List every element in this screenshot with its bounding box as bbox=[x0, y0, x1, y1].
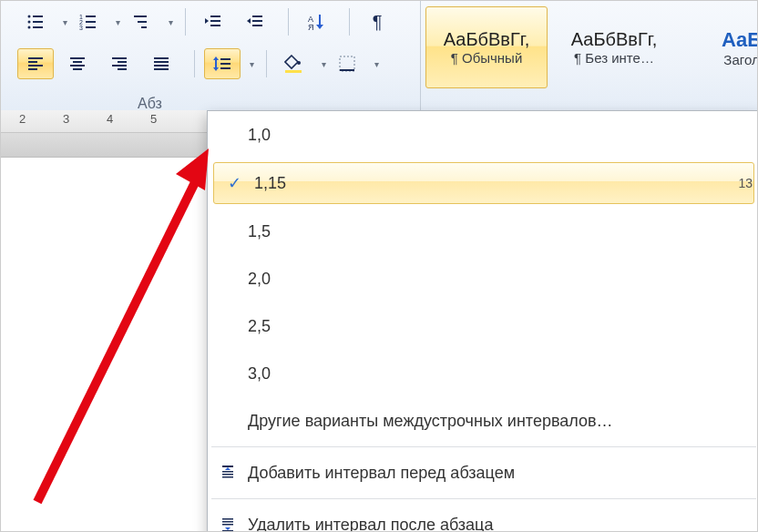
check-icon: ✓ bbox=[214, 173, 254, 193]
svg-marker-43 bbox=[213, 56, 219, 60]
dropdown-icon[interactable]: ▾ bbox=[112, 7, 123, 36]
sort-button[interactable]: АЯ bbox=[298, 6, 334, 37]
menu-label: 3,0 bbox=[248, 364, 758, 384]
svg-rect-60 bbox=[222, 524, 233, 526]
svg-rect-38 bbox=[118, 68, 127, 70]
style-name: ¶ Обычный bbox=[451, 50, 523, 66]
separator bbox=[288, 8, 289, 36]
menu-label: 1,15 bbox=[254, 174, 753, 193]
svg-rect-11 bbox=[86, 26, 96, 28]
ruler-number-right: 13 bbox=[738, 176, 753, 190]
menu-item[interactable]: 2,0 bbox=[208, 255, 758, 302]
separator bbox=[349, 8, 350, 36]
align-left-button[interactable] bbox=[17, 48, 54, 79]
svg-rect-56 bbox=[222, 476, 233, 478]
svg-rect-46 bbox=[220, 58, 230, 60]
annotation-arrow bbox=[19, 119, 229, 511]
shading-icon bbox=[284, 55, 304, 73]
style-card-no-spacing[interactable]: АаБбВвГг, ¶ Без инте… bbox=[553, 6, 675, 88]
group-divider bbox=[420, 1, 421, 110]
svg-rect-41 bbox=[154, 65, 169, 66]
svg-rect-12 bbox=[134, 15, 147, 17]
svg-rect-42 bbox=[154, 68, 169, 70]
svg-text:Я: Я bbox=[308, 23, 314, 31]
justify-button[interactable] bbox=[143, 48, 179, 79]
separator bbox=[194, 50, 195, 77]
dropdown-icon[interactable]: ▾ bbox=[371, 49, 382, 78]
style-card-normal[interactable]: АаБбВвГг, ¶ Обычный bbox=[425, 6, 548, 88]
borders-button[interactable] bbox=[329, 48, 365, 79]
svg-rect-25 bbox=[319, 15, 321, 26]
menu-item-add-before[interactable]: Добавить интервал перед абзацем bbox=[208, 449, 758, 496]
ruler-number: 4 bbox=[107, 112, 113, 126]
svg-rect-17 bbox=[210, 25, 220, 26]
svg-point-49 bbox=[297, 61, 301, 65]
shading-button[interactable] bbox=[276, 48, 312, 79]
svg-rect-31 bbox=[70, 57, 85, 59]
menu-item-more[interactable]: Другие варианты междустрочных интервалов… bbox=[208, 397, 758, 445]
menu-label: 1,0 bbox=[248, 126, 758, 145]
ruler-number: 2 bbox=[19, 112, 26, 126]
line-spacing-icon bbox=[212, 55, 232, 73]
align-center-icon bbox=[68, 55, 87, 73]
svg-rect-50 bbox=[285, 70, 302, 73]
dropdown-icon[interactable]: ▾ bbox=[318, 49, 329, 78]
show-pilcrow-button[interactable]: ¶ bbox=[359, 6, 395, 37]
svg-point-1 bbox=[28, 21, 31, 24]
menu-label: 1,5 bbox=[248, 222, 758, 241]
decrease-indent-icon bbox=[204, 13, 222, 31]
svg-rect-36 bbox=[118, 61, 127, 63]
svg-rect-44 bbox=[215, 60, 217, 67]
svg-rect-37 bbox=[112, 65, 127, 66]
dropdown-icon[interactable]: ▾ bbox=[165, 7, 176, 36]
menu-item-remove-after[interactable]: Удалить интервал после абзаца bbox=[208, 501, 758, 532]
svg-rect-14 bbox=[141, 26, 147, 28]
svg-rect-59 bbox=[222, 521, 233, 523]
menu-item-selected[interactable]: ✓ 1,15 13 bbox=[213, 162, 754, 204]
svg-rect-48 bbox=[220, 67, 230, 69]
decrease-indent-button[interactable] bbox=[195, 6, 231, 37]
pilcrow-icon: ¶ bbox=[373, 13, 383, 31]
svg-rect-39 bbox=[154, 57, 169, 59]
increase-indent-icon bbox=[246, 13, 264, 31]
align-left-icon bbox=[26, 55, 45, 73]
dropdown-icon[interactable]: ▾ bbox=[59, 7, 70, 36]
bullet-list-icon bbox=[26, 13, 45, 31]
svg-rect-53 bbox=[222, 466, 233, 467]
svg-rect-21 bbox=[252, 25, 262, 26]
style-card-heading[interactable]: АаБ Загол bbox=[681, 6, 758, 88]
svg-marker-45 bbox=[213, 67, 219, 71]
svg-rect-35 bbox=[112, 57, 127, 59]
menu-item[interactable]: 1,0 bbox=[208, 111, 758, 159]
multilevel-list-icon bbox=[132, 13, 150, 31]
menu-item[interactable]: 2,5 bbox=[208, 302, 758, 350]
svg-rect-40 bbox=[154, 61, 169, 63]
align-center-button[interactable] bbox=[59, 48, 96, 79]
svg-line-63 bbox=[37, 169, 201, 502]
line-spacing-button[interactable] bbox=[204, 48, 241, 79]
borders-icon bbox=[338, 55, 356, 73]
svg-rect-10 bbox=[86, 21, 96, 23]
dropdown-icon[interactable]: ▾ bbox=[246, 49, 257, 78]
svg-rect-16 bbox=[210, 20, 220, 22]
sort-icon: АЯ bbox=[307, 13, 325, 31]
separator bbox=[266, 50, 267, 77]
line-spacing-menu: 1,0 ✓ 1,15 13 1,5 2,0 2,5 3,0 Другие вар… bbox=[207, 110, 758, 532]
menu-divider bbox=[211, 446, 756, 447]
style-sample: АаБбВвГг, bbox=[571, 29, 657, 50]
svg-point-2 bbox=[28, 26, 31, 29]
numbered-list-button[interactable]: 123 bbox=[70, 6, 107, 37]
bullet-list-button[interactable] bbox=[17, 6, 54, 37]
menu-item[interactable]: 3,0 bbox=[208, 350, 758, 397]
align-right-button[interactable] bbox=[101, 48, 138, 79]
multilevel-list-button[interactable] bbox=[123, 6, 159, 37]
increase-indent-button[interactable] bbox=[237, 6, 273, 37]
svg-marker-57 bbox=[225, 467, 230, 470]
menu-divider bbox=[211, 498, 756, 499]
menu-label: 2,0 bbox=[248, 270, 758, 289]
svg-rect-52 bbox=[340, 69, 354, 71]
menu-label: Другие варианты междустрочных интервалов… bbox=[248, 412, 758, 431]
menu-item[interactable]: 1,5 bbox=[208, 208, 758, 255]
styles-gallery: АаБбВвГг, ¶ Обычный АаБбВвГг, ¶ Без инте… bbox=[425, 6, 758, 88]
svg-rect-20 bbox=[252, 20, 262, 22]
